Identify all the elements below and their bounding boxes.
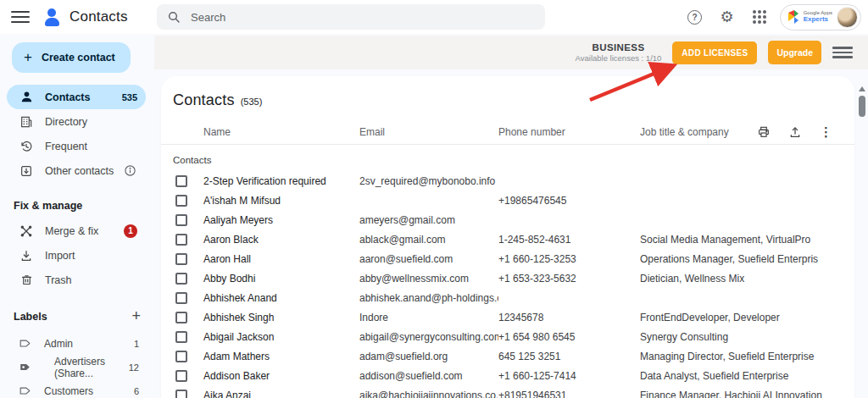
table-header: Name Email Phone number Job title & comp… [161, 119, 854, 145]
contact-phone: 1-245-852-4631 [498, 234, 640, 246]
labels-header: Labels [14, 311, 47, 323]
row-checkbox[interactable] [175, 214, 187, 226]
table-row[interactable]: Adam Mathers adam@suefield.org 645 125 3… [161, 346, 854, 366]
export-upload-icon[interactable] [788, 125, 802, 139]
plus-icon: + [24, 53, 32, 62]
add-licenses-button[interactable]: ADD LICENSES [672, 41, 757, 64]
contact-email: ameyers@gmail.com [359, 214, 498, 226]
google-apps-experts-logo-icon [787, 9, 799, 25]
scroll-up-arrow-icon[interactable] [859, 86, 865, 91]
top-app-bar: Contacts ? ⚙ Google Apps Experts [0, 0, 868, 34]
contact-name: Abby Bodhi [203, 273, 359, 285]
table-row[interactable]: Abhishek Singh Indore 12345678 FrontEndD… [161, 307, 854, 327]
row-checkbox[interactable] [175, 390, 187, 398]
sidebar-item-frequent[interactable]: Frequent [7, 134, 146, 158]
contact-job: Operations Manager, Suefield Enterpris [640, 253, 854, 265]
search-input[interactable] [191, 11, 535, 24]
account-pill[interactable]: Google Apps Experts [780, 4, 861, 30]
sidebar-item-other-contacts[interactable]: Other contacts [7, 158, 146, 183]
label-tag-icon [19, 337, 32, 351]
page-title-count: (535) [241, 97, 263, 107]
sidebar-item-import[interactable]: Import [7, 243, 146, 268]
google-contacts-screen: Contacts ? ⚙ Google Apps Experts [0, 0, 868, 398]
contact-job: Managing Director, Suefield Enterprise [640, 351, 854, 362]
table-row[interactable]: Aaron Black ablack@gmail.com 1-245-852-4… [161, 229, 854, 249]
page-title: Contacts [173, 91, 235, 109]
add-label-icon[interactable]: + [131, 307, 141, 325]
contact-name: Abigail Jackson [203, 331, 359, 343]
upgrade-button[interactable]: Upgrade [768, 41, 821, 64]
row-checkbox[interactable] [175, 234, 187, 246]
account-brand-text: Google Apps Experts [804, 10, 832, 23]
contact-job: FrontEndDeveloper, Developer [640, 312, 854, 323]
sidebar-item-directory[interactable]: Directory [7, 109, 146, 134]
sidebar-label-customers[interactable]: Customers 6 [7, 379, 146, 398]
contacts-logo-icon [41, 6, 63, 28]
row-checkbox[interactable] [175, 370, 187, 382]
table-row[interactable]: Aaron Hall aaron@suefield.com +1 660-125… [161, 249, 854, 268]
table-row[interactable]: Aaliyah Meyers ameyers@gmail.com [161, 210, 854, 229]
license-bar: BUSINESS Available licenses : 1/10 ADD L… [154, 36, 868, 69]
history-clock-icon [19, 139, 34, 154]
contact-job: Dietician, Wellness Mix [640, 273, 854, 285]
table-row[interactable]: Abigail Jackson abigail@synergyconsultin… [161, 327, 854, 346]
contact-name: Aika Anzai [203, 390, 359, 398]
merge-fix-badge: 1 [124, 224, 137, 238]
table-row[interactable]: Abhishek Anand abhishek.anand@ph-holding… [161, 288, 854, 307]
column-header-name[interactable]: Name [203, 126, 359, 138]
main-menu-icon[interactable] [11, 8, 30, 26]
contacts-list-card: Contacts (535) Name Email Phone number J… [161, 76, 854, 398]
row-checkbox[interactable] [175, 273, 187, 285]
fix-manage-header: Fix & manage [14, 200, 141, 212]
contact-name: Aaliyah Meyers [203, 214, 359, 226]
help-icon[interactable]: ? [683, 5, 707, 29]
contact-name: Aaron Hall [203, 253, 359, 265]
contact-phone: +81951946531 [498, 390, 640, 398]
search-icon [167, 10, 181, 24]
apps-grid-icon[interactable] [748, 5, 771, 29]
label-tag-icon [19, 384, 32, 398]
settings-gear-icon[interactable]: ⚙ [715, 5, 739, 29]
profile-avatar[interactable] [837, 7, 858, 28]
table-row[interactable]: Aika Anzai aika@hachiojiaiinnovations.co… [161, 385, 854, 398]
contact-name: Abhishek Singh [203, 312, 359, 323]
column-header-email[interactable]: Email [359, 126, 498, 138]
search-bar[interactable] [157, 4, 545, 30]
sidebar-label-advertisers[interactable]: Advertisers (Share... 12 [7, 356, 146, 379]
table-row[interactable]: 2-Step Verification required 2sv_require… [161, 171, 854, 191]
column-header-phone[interactable]: Phone number [498, 126, 640, 138]
info-icon[interactable] [122, 163, 137, 179]
scrollbar-thumb[interactable] [859, 96, 865, 117]
row-checkbox[interactable] [175, 331, 187, 343]
contact-email: abby@wellnessmix.com [359, 273, 498, 285]
contact-email: abigail@synergyconsulting.com [359, 331, 498, 343]
row-checkbox[interactable] [175, 253, 187, 265]
sidebar-item-contacts[interactable]: Contacts 535 [7, 85, 146, 109]
vertical-scrollbar[interactable] [857, 80, 867, 398]
table-row[interactable]: Abby Bodhi abby@wellnessmix.com +1 653-3… [161, 268, 854, 288]
contact-email: 2sv_required@mybonobo.info [359, 175, 498, 187]
row-checkbox[interactable] [175, 312, 187, 323]
print-icon[interactable] [757, 125, 771, 139]
contact-job: Data Analyst, Suefield Enterprise [640, 370, 854, 382]
sidebar-label-admin[interactable]: Admin 1 [7, 332, 146, 356]
contact-name: Adam Mathers [203, 351, 359, 362]
app-title: Contacts [70, 8, 128, 25]
contact-job: Social Media Management, VirtualPro [640, 234, 854, 246]
contact-phone: 12345678 [498, 312, 640, 323]
create-contact-button[interactable]: + Create contact [12, 42, 131, 73]
row-checkbox[interactable] [175, 351, 187, 362]
trash-icon [19, 273, 34, 288]
contact-name: Abhishek Anand [203, 292, 359, 304]
sidebar-item-trash[interactable]: Trash [7, 268, 146, 292]
row-checkbox[interactable] [175, 175, 187, 187]
plan-name: BUSINESS [592, 41, 644, 53]
sidebar-item-merge-fix[interactable]: Merge & fix 1 [7, 218, 146, 243]
table-row[interactable]: A'ishah M Mifsud +19865476545 [161, 191, 854, 210]
row-checkbox[interactable] [175, 195, 187, 207]
row-checkbox[interactable] [175, 292, 187, 304]
contacts-table: 2-Step Verification required 2sv_require… [161, 171, 854, 398]
more-options-icon[interactable]: ⋮ [820, 124, 832, 140]
table-row[interactable]: Addison Baker addison@suefield.com +1 66… [161, 366, 854, 385]
license-menu-icon[interactable] [832, 45, 853, 60]
